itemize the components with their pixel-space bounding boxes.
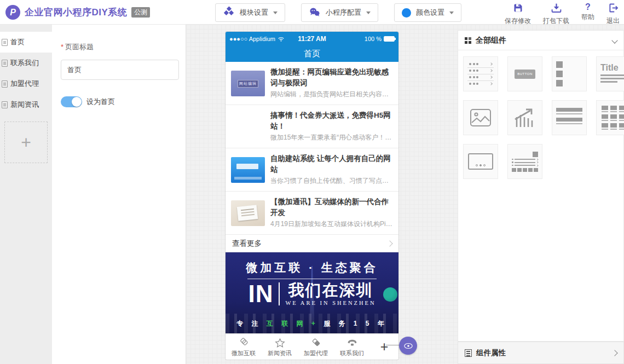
news-title: 微加提醒：网页编辑应避免出现敏感词与极限词 <box>270 67 393 88</box>
save-button[interactable]: 保存修改 <box>505 2 531 26</box>
component-stats-chart[interactable] <box>507 100 542 135</box>
sidebar-item-label: 加盟代理 <box>10 79 39 89</box>
component-title-text[interactable]: Title <box>596 56 624 91</box>
component-banner-bars[interactable] <box>552 100 587 135</box>
set-home-toggle[interactable] <box>61 96 82 107</box>
title-text-icon: Title <box>600 63 624 84</box>
battery-icon <box>384 36 395 42</box>
eye-icon <box>403 342 413 350</box>
tab-label: 微加互联 <box>232 349 256 357</box>
component-button[interactable]: BUTTON <box>507 56 542 91</box>
color-circle-icon <box>402 8 411 18</box>
package-download-button[interactable]: 打包下载 <box>543 2 569 26</box>
exit-label: 退出 <box>606 16 620 26</box>
news-thumbnail <box>231 114 265 140</box>
news-desc: 4月19日新加坡知名互动媒体设计机构Pinh… <box>270 219 393 229</box>
plus-icon: + <box>21 132 31 153</box>
phone-nav-bar: 首页 <box>226 45 398 62</box>
add-page-button[interactable]: + <box>4 122 48 163</box>
plus-icon: + <box>380 339 389 354</box>
app-title: 企业官网小程序DIY系统 <box>25 6 127 19</box>
component-rich-page[interactable] <box>507 144 542 179</box>
news-item[interactable]: 搞事情！代金券大派送，免费得H5网站！ 微加15年来一直秉承着“用心感动客户！”… <box>226 105 398 148</box>
sidebar-item-contact[interactable]: 联系我们 <box>0 53 52 73</box>
brand: P 企业官网小程序DIY系统 公测 <box>5 0 150 25</box>
page-icon <box>2 80 8 88</box>
download-icon <box>551 2 562 16</box>
tab-label: 加盟代理 <box>304 349 328 357</box>
component-carousel[interactable] <box>463 144 498 179</box>
page-icon <box>2 60 8 67</box>
properties-list-icon <box>465 349 472 357</box>
article-list-icon <box>556 61 582 86</box>
banner-divider <box>247 279 377 279</box>
set-home-row: 设为首页 <box>61 96 177 107</box>
app-header: P 企业官网小程序DIY系统 公测 模块设置 小程序配置 <box>0 0 624 25</box>
help-label: 帮助 <box>581 13 594 22</box>
logo-icon: P <box>5 5 20 20</box>
sidebar-item-agency[interactable]: 加盟代理 <box>0 73 52 94</box>
view-more-link[interactable]: 查看更多 <box>226 235 398 252</box>
tab-agency[interactable]: 加盟代理 <box>298 336 334 357</box>
sidebar-item-label: 联系我们 <box>10 58 39 68</box>
miniprogram-config-dropdown[interactable]: 小程序配置 <box>301 3 378 22</box>
phone-page-title: 首页 <box>304 49 320 59</box>
download-label: 打包下载 <box>543 16 569 26</box>
sidebar-item-label: 新闻资讯 <box>10 100 39 109</box>
news-item[interactable]: 自助建站系统 让每个人拥有自己的网站 当你习惯了自拍上传优酷、习惯了写点小… <box>226 148 398 192</box>
set-home-label: 设为首页 <box>86 97 115 107</box>
exit-icon <box>608 2 619 16</box>
wifi-icon <box>277 35 285 42</box>
news-list-component[interactable]: 网站编辑 微加提醒：网页编辑应避免出现敏感词与极限词 网站编辑，是指负责网站栏目… <box>226 62 398 252</box>
button-icon: BUTTON <box>515 70 535 79</box>
news-item[interactable]: 网站编辑 微加提醒：网页编辑应避免出现敏感词与极限词 网站编辑，是指负责网站栏目… <box>226 62 398 105</box>
sidebar-item-news[interactable]: 新闻资讯 <box>0 94 52 115</box>
component-image[interactable] <box>463 100 498 135</box>
news-item[interactable]: 【微加通讯】互动媒体的新一代合作开发 4月19日新加坡知名互动媒体设计机构Pin… <box>226 192 398 235</box>
miniprogram-config-label: 小程序配置 <box>326 8 361 18</box>
news-desc: 网站编辑，是指负责网站栏目相关内容的… <box>270 90 393 99</box>
tab-weijia[interactable]: 微加互联 <box>226 336 262 357</box>
required-mark: * <box>61 43 63 51</box>
color-settings-dropdown[interactable]: 颜色设置 <box>394 3 461 22</box>
help-button[interactable]: ? 帮助 <box>581 2 594 26</box>
sidebar-item-home[interactable]: 首页 <box>0 32 52 53</box>
preview-eye-button[interactable] <box>399 337 417 355</box>
menu-list-icon <box>467 61 494 87</box>
component-tile-grid: BUTTON Title <box>458 50 623 179</box>
banner-en-text: WE ARE IN SHENZHEN <box>285 300 375 306</box>
tab-news[interactable]: 新闻资讯 <box>262 336 298 357</box>
carousel-icon <box>468 153 493 170</box>
components-panel-header[interactable]: 全部组件 <box>458 31 623 50</box>
tab-label: 联系我们 <box>340 349 364 357</box>
news-desc: 微加15年来一直秉承着“用心感动客户！”的… <box>270 133 393 142</box>
banner-cn-text: 我们在深圳 <box>288 282 373 299</box>
component-menu-list[interactable] <box>463 56 498 91</box>
page-icon <box>2 39 8 46</box>
tab-label: 新闻资讯 <box>268 349 292 357</box>
news-desc: 当你习惯了自拍上传优酷、习惯了写点小… <box>270 176 393 186</box>
banner-green-circle <box>383 287 397 302</box>
page-icon <box>2 101 8 108</box>
news-title: 搞事情！代金券大派送，免费得H5网站！ <box>270 110 393 131</box>
component-icon-grid[interactable] <box>596 100 624 135</box>
news-title: 【微加通讯】互动媒体的新一代合作开发 <box>270 197 393 218</box>
add-tab-button[interactable]: + <box>370 339 398 355</box>
component-article-list[interactable] <box>552 56 587 91</box>
exit-button[interactable]: 退出 <box>606 2 620 26</box>
module-settings-label: 模块设置 <box>240 8 268 18</box>
phone-status-bar: ●●●○○ Applidium 11:27 AM 100 % <box>226 32 398 45</box>
page-settings-panel: *页面标题 设为首页 <box>52 25 186 364</box>
sidebar-item-label: 首页 <box>10 37 25 47</box>
module-settings-dropdown[interactable]: 模块设置 <box>215 3 285 22</box>
component-properties-bar[interactable]: 组件属性 <box>458 342 624 364</box>
cards-icon <box>238 338 250 349</box>
page-title-input[interactable] <box>61 60 179 80</box>
color-settings-label: 颜色设置 <box>416 8 444 18</box>
caret-down-icon <box>273 11 278 14</box>
banner-image-component[interactable]: 微加互联 · 生态聚合 IN 我们在深圳 WE ARE IN SHENZHEN … <box>226 252 398 333</box>
news-title: 自助建站系统 让每个人拥有自己的网站 <box>270 153 393 175</box>
tab-contact[interactable]: 联系我们 <box>334 336 370 357</box>
connector-line <box>386 345 400 345</box>
chevron-right-icon <box>386 240 392 246</box>
